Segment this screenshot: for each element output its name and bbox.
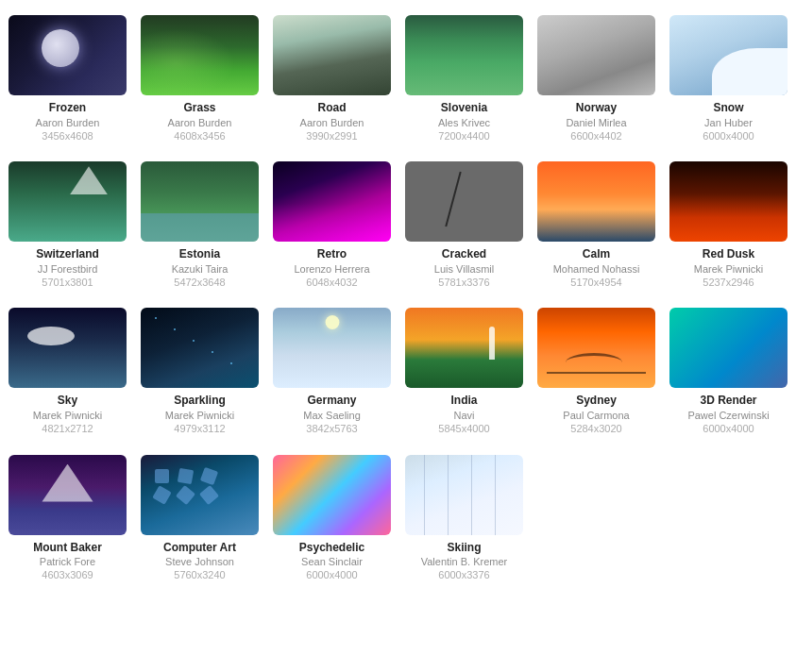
- photo-title-grass: Grass: [183, 101, 215, 116]
- photo-size-switzerland: 5701x3801: [42, 276, 93, 289]
- photo-title-slovenia: Slovenia: [441, 101, 487, 116]
- photo-size-india: 5845x4000: [438, 422, 489, 435]
- photo-size-cracked: 5781x3376: [438, 276, 489, 289]
- photo-grid: FrozenAaron Burden3456x4608GrassAaron Bu…: [15, 15, 781, 582]
- photo-title-norway: Norway: [576, 101, 617, 116]
- photo-author-germany: Max Saeling: [303, 409, 361, 422]
- thumbnail-germany[interactable]: [273, 308, 391, 388]
- photo-size-sydney: 5284x3020: [570, 422, 621, 435]
- photo-author-snow: Jan Huber: [704, 116, 753, 129]
- photo-item-3d-render[interactable]: 3D RenderPawel Czerwinski6000x4000: [668, 308, 790, 435]
- photo-title-estonia: Estonia: [179, 247, 220, 262]
- photo-author-calm: Mohamed Nohassi: [553, 262, 640, 276]
- photo-title-sky: Sky: [58, 394, 77, 409]
- photo-author-norway: Daniel Mirlea: [566, 116, 626, 129]
- photo-title-calm: Calm: [583, 247, 610, 262]
- thumbnail-frozen[interactable]: [8, 15, 127, 95]
- photo-size-norway: 6600x4402: [570, 129, 621, 143]
- photo-author-cracked: Luis Villasmil: [434, 262, 494, 276]
- photo-item-skiing[interactable]: SkiingValentin B. Kremer6000x3376: [403, 455, 526, 582]
- photo-item-snow[interactable]: SnowJan Huber6000x4000: [668, 15, 790, 143]
- thumbnail-sydney[interactable]: [537, 308, 655, 388]
- photo-item-sky[interactable]: SkyMarek Piwnicki4821x2712: [7, 308, 129, 435]
- thumbnail-red-dusk[interactable]: [669, 161, 788, 242]
- thumbnail-road[interactable]: [273, 15, 391, 95]
- photo-title-frozen: Frozen: [49, 101, 86, 116]
- photo-item-retro[interactable]: RetroLorenzo Herrera6048x4032: [271, 161, 394, 289]
- photo-author-3d-render: Pawel Czerwinski: [687, 409, 769, 422]
- photo-title-red-dusk: Red Dusk: [703, 247, 754, 262]
- thumbnail-grass[interactable]: [141, 15, 259, 95]
- photo-size-sky: 4821x2712: [42, 422, 93, 435]
- photo-item-norway[interactable]: NorwayDaniel Mirlea6600x4402: [535, 15, 658, 143]
- photo-author-switzerland: JJ Forestbird: [38, 262, 98, 276]
- photo-item-computer-art[interactable]: Computer ArtSteve Johnson5760x3240: [139, 455, 262, 582]
- thumbnail-sparkling[interactable]: [141, 308, 259, 388]
- photo-item-cracked[interactable]: CrackedLuis Villasmil5781x3376: [403, 161, 526, 289]
- thumbnail-estonia[interactable]: [141, 161, 259, 242]
- photo-item-sydney[interactable]: SydneyPaul Carmona5284x3020: [535, 308, 658, 435]
- photo-item-calm[interactable]: CalmMohamed Nohassi5170x4954: [535, 161, 658, 289]
- thumbnail-3d-render[interactable]: [669, 308, 788, 388]
- photo-title-3d-render: 3D Render: [700, 394, 756, 409]
- photo-size-grass: 4608x3456: [174, 129, 225, 143]
- photo-size-skiing: 6000x3376: [438, 568, 489, 581]
- photo-size-estonia: 5472x3648: [174, 276, 225, 289]
- photo-item-grass[interactable]: GrassAaron Burden4608x3456: [139, 15, 262, 143]
- photo-title-sydney: Sydney: [576, 394, 617, 409]
- thumbnail-norway[interactable]: [537, 15, 655, 95]
- thumbnail-switzerland[interactable]: [8, 161, 127, 242]
- photo-item-switzerland[interactable]: SwitzerlandJJ Forestbird5701x3801: [7, 161, 129, 289]
- thumbnail-slovenia[interactable]: [405, 15, 523, 95]
- photo-size-calm: 5170x4954: [570, 276, 621, 289]
- photo-author-sparkling: Marek Piwnicki: [165, 409, 234, 422]
- photo-title-road: Road: [318, 101, 347, 116]
- photo-item-road[interactable]: RoadAaron Burden3990x2991: [271, 15, 394, 143]
- thumbnail-mount-baker[interactable]: [8, 455, 127, 535]
- photo-title-skiing: Skiing: [447, 541, 481, 556]
- photo-item-psychedelic[interactable]: PsychedelicSean Sinclair6000x4000: [271, 455, 394, 582]
- thumbnail-calm[interactable]: [537, 161, 655, 242]
- photo-author-skiing: Valentin B. Kremer: [421, 555, 508, 568]
- photo-title-cracked: Cracked: [442, 247, 486, 262]
- photo-author-psychedelic: Sean Sinclair: [301, 555, 363, 568]
- photo-item-germany[interactable]: GermanyMax Saeling3842x5763: [271, 308, 394, 435]
- photo-title-switzerland: Switzerland: [36, 247, 99, 262]
- photo-size-psychedelic: 6000x4000: [306, 568, 357, 581]
- thumbnail-india[interactable]: [405, 308, 523, 388]
- thumbnail-psychedelic[interactable]: [273, 455, 391, 535]
- photo-author-mount-baker: Patrick Fore: [40, 555, 95, 568]
- photo-item-frozen[interactable]: FrozenAaron Burden3456x4608: [7, 15, 129, 143]
- photo-size-retro: 6048x4032: [306, 276, 357, 289]
- photo-title-sparkling: Sparkling: [174, 394, 226, 409]
- photo-item-estonia[interactable]: EstoniaKazuki Taira5472x3648: [139, 161, 262, 289]
- photo-item-slovenia[interactable]: SloveniaAles Krivec7200x4400: [403, 15, 526, 143]
- photo-author-sydney: Paul Carmona: [563, 409, 629, 422]
- photo-author-india: Navi: [453, 409, 474, 422]
- photo-item-red-dusk[interactable]: Red DuskMarek Piwnicki5237x2946: [668, 161, 790, 289]
- thumbnail-retro[interactable]: [273, 161, 391, 242]
- photo-author-slovenia: Ales Krivec: [438, 116, 490, 129]
- photo-item-sparkling[interactable]: SparklingMarek Piwnicki4979x3112: [139, 308, 262, 435]
- photo-title-computer-art: Computer Art: [163, 541, 236, 556]
- photo-title-india: India: [450, 394, 477, 409]
- photo-size-computer-art: 5760x3240: [174, 568, 225, 581]
- photo-title-snow: Snow: [714, 101, 744, 116]
- photo-title-psychedelic: Psychedelic: [299, 541, 364, 556]
- photo-author-retro: Lorenzo Herrera: [294, 262, 369, 276]
- thumbnail-sky[interactable]: [8, 308, 127, 388]
- thumbnail-snow[interactable]: [669, 15, 788, 95]
- thumbnail-skiing[interactable]: [405, 455, 523, 535]
- photo-author-sky: Marek Piwnicki: [33, 409, 102, 422]
- photo-author-grass: Aaron Burden: [168, 116, 232, 129]
- photo-size-sparkling: 4979x3112: [174, 422, 225, 435]
- photo-size-mount-baker: 4603x3069: [42, 568, 93, 581]
- thumbnail-computer-art[interactable]: [141, 455, 259, 535]
- thumbnail-cracked[interactable]: [405, 161, 523, 242]
- photo-author-road: Aaron Burden: [300, 116, 364, 129]
- photo-title-retro: Retro: [317, 247, 347, 262]
- photo-size-frozen: 3456x4608: [42, 129, 93, 143]
- photo-item-india[interactable]: IndiaNavi5845x4000: [403, 308, 526, 435]
- photo-item-mount-baker[interactable]: Mount BakerPatrick Fore4603x3069: [7, 455, 129, 582]
- photo-size-road: 3990x2991: [306, 129, 357, 143]
